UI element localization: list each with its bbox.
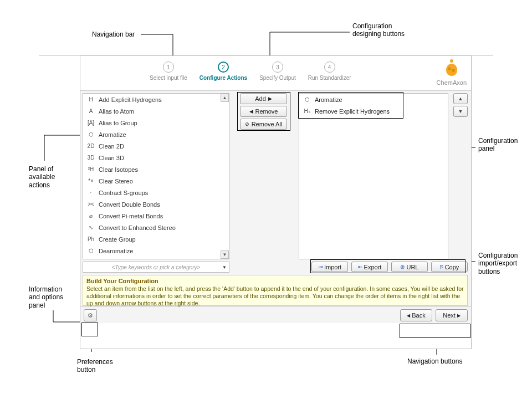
action-icon: ²H [86,166,95,172]
callout-nav-buttons: Navigation buttons [407,357,462,365]
action-item[interactable]: 2DClean 2D [83,140,229,152]
step-3[interactable]: 3 Specify Output [259,62,296,90]
action-icon: Ph [86,236,95,242]
config-io-row: ⇥ Import ⇤ Export ⊕ URL ⎘ Copy [311,262,468,272]
step-bar: 1 Select input file 2 Configure Actions … [80,56,471,90]
gear-icon: ⚙ [88,312,93,319]
step-2-label: Configure Actions [200,75,247,81]
preferences-button[interactable]: ⚙ [84,309,97,321]
callout-config-panel: Configurationpanel [478,137,518,153]
action-label: Convert Pi-metal Bonds [99,213,163,219]
action-label: Add Explicit Hydrogens [99,96,162,103]
arrow-left-icon: ◀ [407,313,410,318]
action-item[interactable]: [A]Alias to Group [83,117,229,129]
action-icon: ⬡ [86,248,95,254]
step-2[interactable]: 2 Configure Actions [200,62,247,90]
action-label: Create Group [99,236,136,243]
config-item-icon: Hₓ [303,108,311,114]
copy-button-label: Copy [445,264,459,270]
chemaxon-logo-text: ChemAxon [437,79,467,86]
chevron-down-icon[interactable]: ▼ [222,265,227,270]
action-icon: ⬡ [86,131,95,137]
remove-all-button-label: Remove All [252,121,283,127]
config-item[interactable]: HₓRemove Explicit Hydrogens [299,105,448,117]
step-1[interactable]: 1 Select input file [150,62,187,90]
action-icon: ⤡ [86,224,95,231]
action-item[interactable]: AAlias to Atom [83,105,229,117]
export-icon: ⇤ [358,264,362,270]
remove-button[interactable]: ◀ Remove [240,106,287,117]
arrow-right-icon: ▶ [457,313,461,318]
configuration-panel: ⬡AromatizeHₓRemove Explicit Hydrogens [299,93,448,259]
action-item[interactable]: ⬡Aromatize [83,129,229,140]
callout-config-design: Configurationdesigning buttons [352,22,405,38]
chemaxon-logo-icon [444,59,459,78]
copy-icon: ⎘ [440,264,443,270]
action-icon: · [86,190,95,196]
action-item[interactable]: ⬡Dearomatize [83,245,229,257]
action-label: Clean 2D [99,143,124,150]
remove-button-label: Remove [255,108,278,115]
action-item[interactable]: PhCreate Group [83,233,229,245]
action-label: Convert to Enhanced Stereo [99,224,176,231]
action-icon: H [86,96,95,103]
action-item[interactable]: 3DClean 3D [83,152,229,163]
action-label: Dearomatize [99,248,133,254]
move-down-button[interactable]: ▼ [453,106,468,117]
action-label: Convert Double Bonds [99,201,160,208]
action-icon: A [86,108,95,114]
remove-all-button[interactable]: ⊘ Remove All [240,119,287,130]
back-button[interactable]: ◀ Back [400,309,432,321]
move-up-button[interactable]: ▲ [453,93,468,104]
import-button[interactable]: ⇥ Import [311,262,348,272]
bottom-bar: ⚙ ◀ Back Next ▶ [80,306,471,323]
url-icon: ⊕ [400,264,405,270]
action-item[interactable]: ⤡Convert to Enhanced Stereo [83,222,229,233]
info-title: Build Your Configuration [86,278,464,284]
action-item[interactable]: HAdd Explicit Hydrogens [83,94,229,105]
action-item[interactable]: ><Convert Double Bonds [83,198,229,210]
main-area: HAdd Explicit HydrogensAAlias to Atom[A]… [80,90,471,306]
step-2-number: 2 [218,62,229,73]
action-label: Aromatize [99,131,126,138]
step-4-label: Run Standardizer [308,75,351,81]
available-actions-panel: HAdd Explicit HydrogensAAlias to Atom[A]… [83,93,229,259]
action-item[interactable]: *×Clear Stereo [83,175,229,187]
export-button-label: Export [364,264,382,270]
scroll-down-icon[interactable]: ▼ [221,250,229,259]
action-label: Alias to Atom [99,108,134,115]
action-item[interactable]: ²HClear Isotopes [83,163,229,175]
export-button[interactable]: ⇤ Export [351,262,388,272]
add-button[interactable]: Add ▶ [240,93,287,104]
next-button-label: Next [443,312,456,319]
action-item[interactable]: ⌀Convert Pi-metal Bonds [83,210,229,222]
add-button-label: Add [255,95,266,102]
url-button[interactable]: ⊕ URL [391,262,428,272]
scroll-up-icon[interactable]: ▲ [221,94,229,102]
copy-button[interactable]: ⎘ Copy [431,262,468,272]
action-label: Clean 3D [99,155,124,161]
step-3-label: Specify Output [259,75,296,81]
chemaxon-logo: ChemAxon [437,59,467,86]
step-3-number: 3 [272,62,283,73]
action-label: Clear Stereo [99,178,133,185]
import-icon: ⇥ [318,264,323,270]
action-item[interactable]: ·Contract S-groups [83,187,229,198]
next-button[interactable]: Next ▶ [436,309,468,321]
config-item-icon: ⬡ [303,96,311,103]
info-panel: Build Your Configuration Select an item … [83,275,468,306]
filter-input[interactable]: <Type keywords or pick a category> ▼ [83,262,229,273]
prohibit-icon: ⊘ [245,121,249,127]
callout-nav-bar: Navigation bar [92,30,135,38]
config-item[interactable]: ⬡Aromatize [299,94,448,105]
arrow-right-icon: ▶ [268,96,272,101]
action-icon: [A] [86,120,95,126]
arrow-left-icon: ◀ [249,109,253,114]
url-button-label: URL [406,264,418,270]
config-item-label: Remove Explicit Hydrogens [315,108,390,115]
action-label: Clear Isotopes [99,166,138,173]
step-4[interactable]: 4 Run Standardizer [308,62,351,90]
callout-pref-button: Preferencesbutton [77,358,113,374]
step-1-number: 1 [163,62,174,73]
action-icon: *× [86,178,95,184]
